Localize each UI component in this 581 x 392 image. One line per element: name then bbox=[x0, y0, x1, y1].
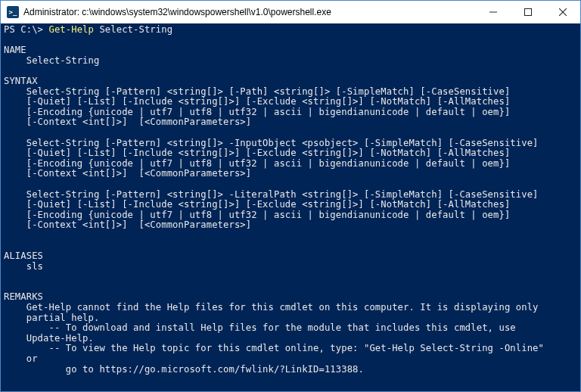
syntax-line: [-Context <int[]>] [<CommonParameters>] bbox=[4, 219, 251, 230]
terminal-output[interactable]: PS C:\> Get-Help Select-String NAME Sele… bbox=[1, 23, 580, 391]
remarks-line: -- To download and install Help files fo… bbox=[4, 322, 516, 333]
syntax-line: [-Quiet] [-List] [-Include <string[]>] [… bbox=[4, 96, 510, 107]
remarks-line: -- To view the Help topic for this cmdle… bbox=[4, 343, 544, 353]
remarks-line: go to https://go.microsoft.com/fwlink/?L… bbox=[4, 364, 364, 375]
command-arg: Select-String bbox=[94, 24, 172, 35]
prompt: PS C:\> bbox=[4, 24, 49, 35]
svg-rect-1 bbox=[525, 9, 532, 16]
syntax-line: Select-String [-Pattern] <string[]> -Inp… bbox=[4, 138, 539, 148]
close-button[interactable] bbox=[545, 1, 580, 23]
syntax-line: [-Quiet] [-List] [-Include <string[]>] [… bbox=[4, 148, 510, 158]
syntax-line: [-Quiet] [-List] [-Include <string[]>] [… bbox=[4, 199, 510, 210]
syntax-line: [-Context <int[]>] [<CommonParameters>] bbox=[4, 117, 251, 127]
help-syntax-header: SYNTAX bbox=[4, 76, 38, 86]
powershell-window: >_ Administrator: c:\windows\system32\wi… bbox=[0, 0, 581, 392]
help-remarks-header: REMARKS bbox=[4, 291, 43, 302]
remarks-line: Get-Help cannot find the Help files for … bbox=[4, 302, 539, 313]
remarks-line: partial help. bbox=[4, 313, 99, 323]
help-aliases-value: sls bbox=[4, 261, 43, 272]
help-name-value: Select-String bbox=[4, 55, 99, 66]
maximize-button[interactable] bbox=[511, 1, 545, 23]
remarks-line: or bbox=[4, 353, 38, 364]
syntax-line: Select-String [-Pattern] <string[]> -Lit… bbox=[4, 189, 539, 200]
syntax-line: [-Encoding {unicode | utf7 | utf8 | utf3… bbox=[4, 210, 510, 220]
syntax-line: Select-String [-Pattern] <string[]> [-Pa… bbox=[4, 86, 510, 97]
help-name-header: NAME bbox=[4, 45, 26, 55]
window-title: Administrator: c:\windows\system32\windo… bbox=[23, 7, 331, 17]
command-name: Get-Help bbox=[49, 24, 95, 35]
remarks-line: Update-Help. bbox=[4, 333, 94, 344]
titlebar[interactable]: >_ Administrator: c:\windows\system32\wi… bbox=[1, 1, 580, 23]
help-aliases-header: ALIASES bbox=[4, 250, 43, 261]
minimize-button[interactable] bbox=[476, 1, 511, 23]
syntax-line: [-Context <int[]>] [<CommonParameters>] bbox=[4, 168, 251, 179]
syntax-line: [-Encoding {unicode | utf7 | utf8 | utf3… bbox=[4, 158, 510, 169]
powershell-icon: >_ bbox=[7, 6, 19, 18]
window-controls bbox=[476, 1, 580, 23]
syntax-line: [-Encoding {unicode | utf7 | utf8 | utf3… bbox=[4, 107, 510, 117]
